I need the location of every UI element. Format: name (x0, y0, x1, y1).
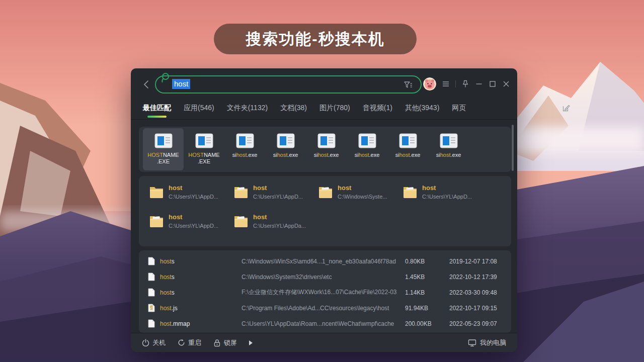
edit-tabs-icon[interactable] (562, 104, 570, 112)
tabs-separator (131, 119, 517, 120)
file-date: 2019-12-07 17:08 (449, 258, 497, 265)
file-size: 91.94KB (405, 305, 449, 312)
app-result-tile[interactable]: sihost.exe (224, 128, 265, 170)
tab-label: 文件夹(1132) (227, 104, 268, 112)
result-tab[interactable]: 其他(3943) (405, 104, 439, 113)
filter-icon[interactable] (404, 80, 413, 90)
exe-icon (236, 133, 254, 148)
search-window: host (131, 68, 517, 352)
file-result-row[interactable]: hosts C:\Windows\WinSxS\amd64...1_none_e… (139, 253, 511, 269)
power-icon (142, 339, 149, 346)
file-date: 2022-03-30 09:48 (449, 289, 497, 296)
file-name: host.mmap (160, 320, 242, 327)
folder-text: host C:\Users\YL\AppD... (169, 184, 218, 200)
file-result-row[interactable]: host.js C:\Program Files\Adobe\Ad...CC\r… (139, 300, 511, 316)
folders-result-card: host C:\Users\YL\AppD... (139, 176, 511, 246)
monitor-icon (468, 339, 476, 347)
search-input[interactable]: host (155, 75, 422, 94)
app-name: sihost.exe (314, 152, 339, 158)
app-name: sihost.exe (355, 152, 380, 158)
file-name: hosts (160, 274, 242, 281)
exe-icon (399, 133, 417, 148)
result-tab[interactable]: 文件夹(1132) (227, 104, 268, 113)
maximize-button[interactable] (489, 80, 497, 88)
app-result-tile[interactable]: sihost.exe (347, 128, 387, 170)
folder-result-item[interactable]: host C:\Users\YL\AppD... (149, 184, 233, 200)
folder-path: C:\Users\YL\AppD... (169, 194, 218, 200)
back-button[interactable] (143, 80, 149, 89)
avatar[interactable] (423, 77, 436, 90)
result-tab[interactable]: 音视频(1) (363, 104, 392, 113)
result-tabs: 最佳匹配 应用(546) 文件夹(1132) 文档(38) 图片(780) 音视… (143, 100, 466, 117)
folder-name: host (169, 184, 218, 192)
folder-text: host C:\Users\YL\AppD... (422, 184, 472, 200)
minimize-button[interactable] (475, 80, 483, 88)
folder-icon (403, 185, 418, 200)
file-icon (148, 304, 160, 312)
folder-result-item[interactable]: host C:\Windows\Syste... (318, 184, 403, 200)
exe-icon (195, 133, 213, 148)
banner-title: 搜索功能-秒搜本机 (246, 29, 384, 50)
file-name: hosts (160, 289, 242, 296)
expand-arrow-icon[interactable] (249, 340, 253, 345)
window-footer: 关机 重启 锁屏 (131, 333, 517, 352)
app-result-tile[interactable]: sihost.exe (428, 128, 469, 170)
result-tab[interactable]: 应用(546) (184, 104, 214, 113)
restart-icon (178, 339, 185, 346)
folder-result-item[interactable]: host C:\Users\YL\AppD... (233, 184, 318, 200)
folder-icon (233, 185, 249, 200)
app-result-tile[interactable]: HOSTNAME .EXE (143, 128, 184, 170)
menu-icon[interactable] (442, 80, 450, 88)
file-path: C:\Windows\System32\drivers\etc (242, 274, 405, 281)
tab-label: 音视频(1) (363, 104, 392, 112)
folder-name: host (338, 184, 387, 192)
pin-icon[interactable] (461, 80, 469, 88)
file-name: host.js (160, 305, 242, 312)
folder-text: host C:\Users\YL\AppD... (169, 213, 218, 229)
exe-icon (154, 133, 173, 148)
folder-icon (233, 214, 249, 229)
tab-label: 其他(3943) (405, 104, 439, 112)
exe-icon (317, 133, 336, 148)
file-result-row[interactable]: hosts F:\企业微信文件存储\WXWork\16...07\Cache\F… (139, 285, 511, 300)
app-result-tile[interactable]: HOSTNAME .EXE (184, 128, 224, 170)
my-computer-button[interactable]: 我的电脑 (468, 338, 506, 347)
shutdown-button[interactable]: 关机 (142, 338, 166, 347)
folder-path: C:\Users\YL\AppD... (253, 194, 303, 200)
file-date: 2022-10-12 17:39 (449, 274, 497, 281)
file-name: hosts (160, 258, 242, 265)
file-icon (148, 273, 160, 281)
file-icon (148, 319, 160, 328)
folder-result-item[interactable]: host C:\Users\YL\AppD... (403, 184, 487, 200)
folder-text: host C:\Users\YL\AppD... (253, 184, 303, 200)
selected-query: host (172, 79, 190, 89)
scrollbar-thumb[interactable] (512, 125, 514, 171)
app-result-tile[interactable]: sihost.exe (265, 128, 306, 170)
lock-screen-button[interactable]: 锁屏 (213, 338, 237, 347)
exe-icon (358, 133, 376, 148)
file-size: 1.45KB (405, 274, 449, 281)
tab-label: 文档(38) (280, 104, 307, 112)
folder-result-item[interactable]: host C:\Users\YL\AppDa... (233, 213, 318, 229)
app-result-tile[interactable]: sihost.exe (387, 128, 428, 170)
result-tab[interactable]: 文档(38) (280, 104, 307, 113)
lock-icon (213, 339, 221, 347)
folder-path: C:\Users\YL\AppDa... (253, 223, 306, 229)
result-tab[interactable]: 最佳匹配 (143, 104, 171, 113)
file-result-row[interactable]: host.mmap C:\Users\YL\AppData\Roam...nce… (139, 316, 511, 331)
folder-name: host (253, 213, 306, 221)
close-button[interactable] (502, 80, 510, 88)
file-result-row[interactable]: hosts C:\Windows\System32\drivers\etc 1.… (139, 269, 511, 285)
folder-icon (149, 185, 164, 200)
app-result-tile[interactable]: sihost.exe (306, 128, 347, 170)
search-query-text: host (172, 79, 190, 88)
file-path: F:\企业微信文件存储\WXWork\16...07\Cache\File\20… (242, 288, 405, 297)
folder-result-item[interactable]: host C:\Users\YL\AppD... (149, 213, 233, 229)
result-tab[interactable]: 图片(780) (319, 104, 350, 113)
file-size: 1.14KB (405, 289, 449, 296)
file-size: 200.00KB (405, 320, 449, 327)
result-tab[interactable]: 网页 (452, 104, 466, 113)
restart-button[interactable]: 重启 (178, 338, 201, 347)
tab-label: 图片(780) (319, 104, 350, 112)
folder-path: C:\Windows\Syste... (338, 194, 387, 200)
